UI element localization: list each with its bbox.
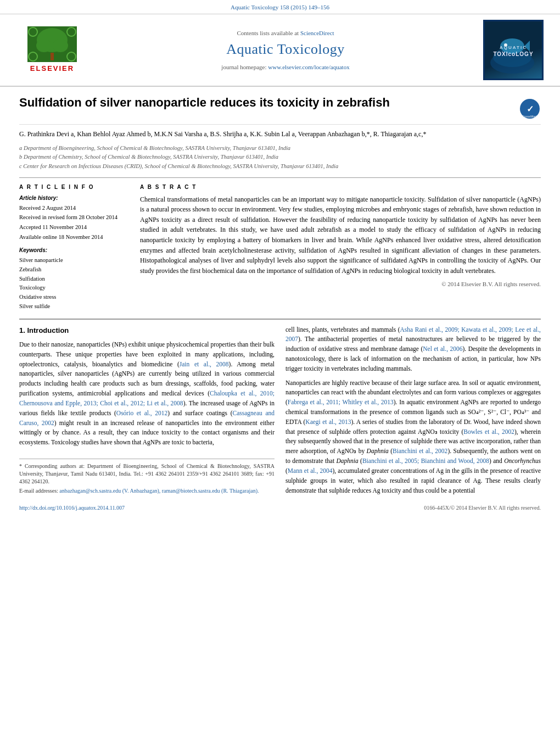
elsevier-label: ELSEVIER: [30, 64, 74, 74]
revised-date: Received in revised form 28 October 2014: [19, 214, 129, 222]
aquatic-label: AQUATIC: [493, 44, 533, 51]
crossmark-icon[interactable]: ✓ CrossMark: [519, 98, 541, 120]
page-wrapper: Aquatic Toxicology 158 (2015) 149–156 EL…: [0, 0, 560, 517]
intro-para-2: cell lines, plants, vertebrates and mamm…: [285, 325, 541, 374]
homepage-url[interactable]: www.elsevier.com/locate/aquatox: [268, 64, 349, 70]
homepage-text: journal homepage:: [221, 64, 266, 70]
body-two-col: 1. Introduction Due to their nanosize, n…: [19, 325, 541, 500]
intro-para-1: Due to their nanosize, nanoparticles (NP…: [19, 340, 275, 448]
ref-nel[interactable]: Nel et al., 2006: [423, 345, 462, 352]
article-info-abstract: A R T I C L E I N F O Article history: R…: [19, 177, 541, 312]
affiliation-b: b Department of Chemistry, School of Che…: [19, 153, 541, 161]
aquatic-logo-text: AQUATIC TOXIcoLOGY: [493, 44, 533, 58]
abstract-col: A B S T R A C T Chemical transformations…: [140, 183, 541, 312]
ref-osorio[interactable]: Osório et al., 2012: [116, 410, 167, 416]
intro-para-3: Nanoparticles are highly reactive becaus…: [285, 378, 541, 496]
keyword-5: Oxidative stress: [19, 293, 129, 302]
article-history-label: Article history:: [19, 194, 129, 202]
accepted-date: Accepted 11 November 2014: [19, 224, 129, 232]
contents-line: Contents lists available at ScienceDirec…: [99, 29, 472, 37]
abstract-text: Chemical transformations of metal nanopa…: [140, 194, 541, 276]
svg-point-4: [53, 39, 68, 52]
contents-text: Contents lists available at: [237, 30, 299, 36]
article-info-heading: A R T I C L E I N F O: [19, 183, 129, 191]
ref-jain2008[interactable]: Jain et al., 2008: [180, 361, 229, 367]
doi-link[interactable]: http://dx.doi.org/10.1016/j.aquatox.2014…: [19, 504, 125, 512]
aquatic-toxicology-logo: AQUATIC TOXIcoLOGY: [483, 20, 544, 80]
authors-text: G. Prathinkra Devi a, Khan Behlol Ayaz A…: [19, 130, 426, 138]
corresponding-note: * Corresponding authors at: Department o…: [19, 462, 275, 486]
footnotes-area: * Corresponding authors at: Department o…: [19, 459, 275, 495]
keyword-3: Sulfidation: [19, 275, 129, 283]
ref-kaegi[interactable]: Kaegi et al., 2013: [305, 419, 351, 425]
affiliations: a Department of Bioengineering, School o…: [19, 144, 541, 171]
authors-line: G. Prathinkra Devi a, Khan Behlol Ayaz A…: [19, 129, 541, 140]
elsevier-tree-icon: [27, 26, 77, 62]
email-info: E-mail addresses: anbazhagan@sch.sastra.…: [19, 487, 275, 495]
keyword-1: Silver nanoparticle: [19, 256, 129, 265]
article-title: Sulfidation of silver nanoparticle reduc…: [19, 95, 519, 111]
ref-bianchini2002[interactable]: Bianchini et al., 2002: [393, 448, 447, 454]
elsevier-logo: ELSEVIER: [16, 26, 88, 74]
article-main: Sulfidation of silver nanoparticle reduc…: [0, 87, 560, 517]
affiliation-a: a Department of Bioengineering, School o…: [19, 144, 541, 153]
article-info-col: A R T I C L E I N F O Article history: R…: [19, 183, 129, 312]
svg-text:✓: ✓: [527, 104, 534, 114]
journal-header: ELSEVIER Contents lists available at Sci…: [0, 14, 560, 87]
homepage-line: journal homepage: www.elsevier.com/locat…: [99, 63, 472, 71]
abstract-heading: A B S T R A C T: [140, 183, 541, 191]
keywords-label: Keywords:: [19, 247, 129, 254]
body-col-right: cell lines, plants, vertebrates and mamm…: [285, 325, 541, 500]
ref-asharani[interactable]: Asha Rani et al., 2009; Kawata et al., 2…: [285, 326, 541, 343]
affiliation-c: c Center for Research on Infectious Dise…: [19, 163, 541, 171]
ref-mann[interactable]: Mann et al., 2004: [288, 467, 333, 474]
body-col-left: 1. Introduction Due to their nanosize, n…: [19, 325, 275, 500]
footer-bottom: http://dx.doi.org/10.1016/j.aquatox.2014…: [19, 504, 541, 512]
keyword-4: Toxicology: [19, 284, 129, 292]
journal-center: Contents lists available at ScienceDirec…: [88, 29, 483, 71]
svg-rect-1: [51, 53, 54, 60]
ref-chaloupka[interactable]: Chaloupka et al., 2010; Chernousova and …: [19, 390, 275, 406]
keyword-6: Silver sulfide: [19, 303, 129, 311]
available-date: Available online 18 November 2014: [19, 233, 129, 242]
body-content: 1. Introduction Due to their nanosize, n…: [19, 319, 541, 512]
received-date: Received 2 August 2014: [19, 204, 129, 213]
ref-fabrega[interactable]: Fabrega et al., 2011; Whitley et al., 20…: [288, 399, 394, 405]
email-addresses[interactable]: anbazhagan@sch.sastra.edu (V. Anbazhagan…: [59, 488, 259, 494]
footer-copyright: 0166-445X/© 2014 Elsevier B.V. All right…: [424, 504, 541, 512]
journal-volume-info: Aquatic Toxicology 158 (2015) 149–156: [231, 3, 329, 12]
svg-text:CrossMark: CrossMark: [522, 115, 538, 118]
ref-bowles[interactable]: Bowles et al., 2002: [463, 428, 514, 435]
article-title-section: Sulfidation of silver nanoparticle reduc…: [19, 95, 541, 125]
intro-heading: 1. Introduction: [19, 325, 275, 336]
journal-title: Aquatic Toxicology: [99, 40, 472, 59]
top-banner: Aquatic Toxicology 158 (2015) 149–156: [0, 0, 560, 14]
email-label: E-mail addresses:: [19, 488, 58, 494]
svg-point-3: [36, 39, 52, 52]
toxicology-label: TOXIcoLOGY: [493, 51, 533, 58]
keyword-2: Zebrafish: [19, 266, 129, 274]
abstract-copyright: © 2014 Elsevier B.V. All rights reserved…: [140, 280, 541, 288]
ref-bianchini2005[interactable]: Bianchini et al., 2005; Bianchini and Wo…: [362, 458, 489, 464]
sciencedirect-link[interactable]: ScienceDirect: [300, 30, 334, 36]
